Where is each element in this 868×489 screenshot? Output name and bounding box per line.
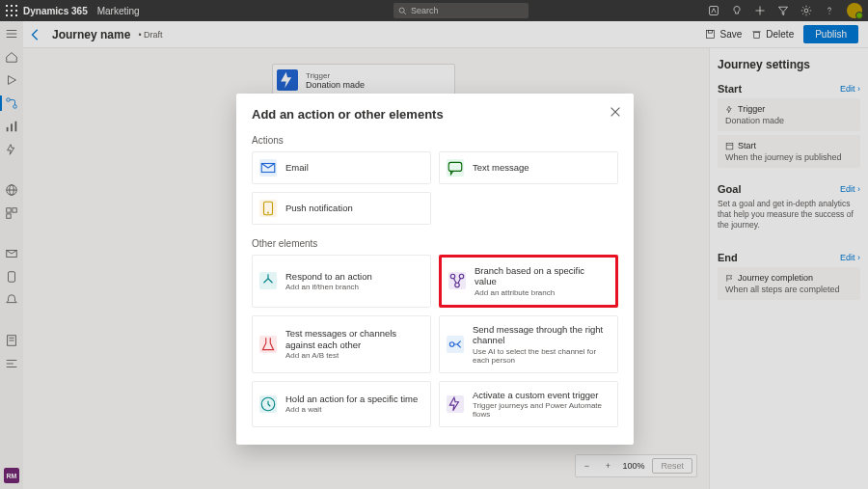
tile-branch-value[interactable]: Branch based on a specific value Add an … <box>439 255 618 308</box>
tile-push-notification[interactable]: Push notification <box>252 192 431 225</box>
mail-icon <box>259 159 277 177</box>
modal-title: Add an action or other elements <box>252 107 618 122</box>
svg-point-53 <box>449 341 454 346</box>
ai-channel-icon <box>447 336 464 353</box>
tile-email[interactable]: Email <box>252 151 431 184</box>
svg-point-50 <box>450 275 455 280</box>
tile-respond-action[interactable]: Respond to an action Add an if/then bran… <box>252 255 431 308</box>
add-action-modal: Add an action or other elements Actions … <box>236 94 634 445</box>
svg-point-51 <box>459 275 464 280</box>
attribute-branch-icon <box>448 272 466 289</box>
svg-point-49 <box>267 212 269 214</box>
custom-event-icon <box>447 395 464 413</box>
tile-hold-action[interactable]: Hold an action for a specific time Add a… <box>252 381 431 427</box>
tile-ai-channel[interactable]: Send message through the right channel U… <box>439 315 618 373</box>
tile-text-message[interactable]: Text message <box>439 151 618 184</box>
ab-test-icon <box>259 336 277 353</box>
tile-ab-test[interactable]: Test messages or channels against each o… <box>252 315 431 373</box>
push-icon <box>259 200 277 217</box>
svg-rect-47 <box>448 162 462 171</box>
sms-icon <box>447 159 464 177</box>
group-other-label: Other elements <box>252 238 618 249</box>
branch-icon <box>259 272 277 289</box>
group-actions-label: Actions <box>252 135 618 146</box>
tile-custom-event[interactable]: Activate a custom event trigger Trigger … <box>439 381 618 427</box>
close-button[interactable] <box>609 105 622 119</box>
clock-icon <box>259 395 277 413</box>
svg-point-52 <box>455 284 460 288</box>
